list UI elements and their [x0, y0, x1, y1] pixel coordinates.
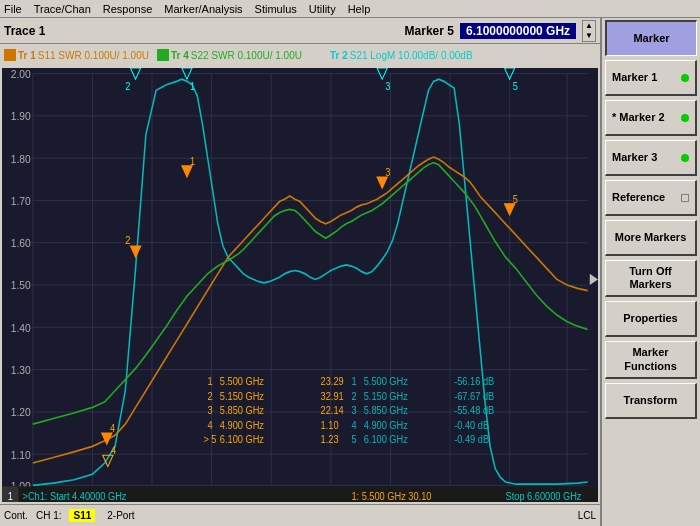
svg-text:4.900 GHz: 4.900 GHz: [220, 419, 264, 430]
menu-utility[interactable]: Utility: [309, 3, 336, 15]
turn-off-markers-button[interactable]: Turn Off Markers: [605, 260, 697, 297]
marker3-label: Marker 3: [612, 151, 657, 164]
menu-bar: File Trace/Chan Response Marker/Analysis…: [0, 0, 700, 18]
svg-text:1.30: 1.30: [11, 364, 31, 376]
trace4-id: Tr 4: [171, 50, 189, 61]
marker2-label: * Marker 2: [612, 111, 665, 124]
svg-text:3: 3: [351, 405, 356, 416]
marker2-dot: [681, 114, 689, 122]
menu-stimulus[interactable]: Stimulus: [255, 3, 297, 15]
marker3-button[interactable]: Marker 3: [605, 140, 697, 176]
trace1-id: Tr 1: [18, 50, 36, 61]
status-port: 2-Port: [107, 510, 134, 521]
marker-functions-button[interactable]: Marker Functions: [605, 341, 697, 378]
svg-text:3: 3: [385, 81, 390, 92]
trace2-badge: Tr 2 S21 LogM 10.00dB/ 0.00dB: [330, 50, 473, 61]
svg-text:5: 5: [513, 193, 518, 204]
svg-text:5.850 GHz: 5.850 GHz: [364, 405, 408, 416]
svg-text:-67.67 dB: -67.67 dB: [454, 390, 494, 401]
svg-text:1.70: 1.70: [11, 194, 31, 206]
svg-text:4: 4: [208, 419, 214, 430]
plot-svg: 2.00 1.90 1.80 1.70 1.60 1.50 1.40 1.30 …: [2, 68, 598, 502]
svg-text:2: 2: [125, 81, 130, 92]
svg-text:Stop  6.60000 GHz: Stop 6.60000 GHz: [506, 490, 582, 501]
trace4-color-box: [157, 49, 169, 61]
trace-label: Trace 1: [4, 24, 45, 38]
svg-text:4: 4: [110, 423, 116, 434]
svg-text:1.23: 1.23: [321, 434, 339, 445]
transform-button[interactable]: Transform: [605, 383, 697, 419]
status-s11: S11: [69, 509, 95, 522]
svg-text:22.14: 22.14: [321, 405, 345, 416]
trace1-badge: Tr 1 S11 SWR 0.100U/ 1.00U: [4, 49, 149, 61]
sidebar: Marker Marker 1 * Marker 2 Marker 3 Refe…: [600, 18, 700, 526]
arrow-up[interactable]: ▲: [583, 21, 595, 31]
svg-text:4: 4: [111, 445, 117, 456]
svg-text:1: 1: [190, 155, 195, 166]
svg-text:3: 3: [208, 405, 213, 416]
svg-text:1.10: 1.10: [11, 448, 31, 460]
trace-info-bar: Tr 1 S11 SWR 0.100U/ 1.00U Tr 4 S22 SWR …: [0, 44, 600, 66]
svg-text:2.00: 2.00: [11, 68, 31, 80]
svg-text:1.10: 1.10: [321, 419, 339, 430]
svg-text:5: 5: [513, 81, 518, 92]
trace2-tr-label: Tr 2: [330, 50, 348, 61]
svg-text:2: 2: [125, 234, 130, 245]
menu-marker-analysis[interactable]: Marker/Analysis: [164, 3, 242, 15]
main-area: Trace 1 Marker 5 6.1000000000 GHz ▲ ▼ Tr…: [0, 18, 700, 526]
menu-help[interactable]: Help: [348, 3, 371, 15]
svg-text:>Ch1: Start  4.40000 GHz: >Ch1: Start 4.40000 GHz: [23, 490, 127, 501]
reference-label: Reference: [612, 191, 665, 204]
menu-response[interactable]: Response: [103, 3, 153, 15]
trace4-label: S22 SWR 0.100U/ 1.00U: [191, 50, 302, 61]
marker1-button[interactable]: Marker 1: [605, 60, 697, 96]
menu-file[interactable]: File: [4, 3, 22, 15]
svg-text:1:   5.500 GHz      30.10: 1: 5.500 GHz 30.10: [351, 490, 431, 501]
marker1-dot: [681, 74, 689, 82]
more-markers-button[interactable]: More Markers: [605, 220, 697, 256]
marker-label: Marker 5: [405, 24, 454, 38]
trace4-badge: Tr 4 S22 SWR 0.100U/ 1.00U: [157, 49, 302, 61]
svg-text:5.150 GHz: 5.150 GHz: [364, 390, 408, 401]
svg-text:> 5: > 5: [203, 434, 216, 445]
svg-text:1: 1: [351, 376, 356, 387]
svg-text:1.40: 1.40: [11, 321, 31, 333]
marker3-dot: [681, 154, 689, 162]
svg-text:-56.16 dB: -56.16 dB: [454, 376, 494, 387]
svg-text:1: 1: [208, 376, 213, 387]
menu-trace-chan[interactable]: Trace/Chan: [34, 3, 91, 15]
marker-button[interactable]: Marker: [605, 20, 697, 56]
svg-text:-0.49 dB: -0.49 dB: [454, 434, 489, 445]
trace1-label: S11 SWR 0.100U/ 1.00U: [38, 50, 149, 61]
properties-button[interactable]: Properties: [605, 301, 697, 337]
svg-text:23.29: 23.29: [321, 376, 344, 387]
status-ch1: CH 1:: [36, 510, 62, 521]
status-cont: Cont.: [4, 510, 28, 521]
svg-text:2: 2: [208, 390, 213, 401]
arrow-down[interactable]: ▼: [583, 31, 595, 41]
svg-text:6.100 GHz: 6.100 GHz: [364, 434, 408, 445]
svg-text:-0.40 dB: -0.40 dB: [454, 419, 489, 430]
svg-text:5.500 GHz: 5.500 GHz: [364, 376, 408, 387]
plot-container: 2.00 1.90 1.80 1.70 1.60 1.50 1.40 1.30 …: [2, 68, 598, 502]
svg-text:1.50: 1.50: [11, 279, 31, 291]
svg-text:1.80: 1.80: [11, 152, 31, 164]
svg-text:5: 5: [351, 434, 356, 445]
marker-freq-arrows[interactable]: ▲ ▼: [582, 20, 596, 42]
svg-text:4.900 GHz: 4.900 GHz: [364, 419, 408, 430]
svg-text:3: 3: [385, 167, 390, 178]
chart-area: Trace 1 Marker 5 6.1000000000 GHz ▲ ▼ Tr…: [0, 18, 600, 526]
svg-text:1: 1: [8, 490, 13, 501]
status-lcl: LCL: [578, 510, 596, 521]
svg-text:4: 4: [351, 419, 357, 430]
marker-freq-display: 6.1000000000 GHz: [460, 23, 576, 39]
marker2-button[interactable]: * Marker 2: [605, 100, 697, 136]
svg-text:1.20: 1.20: [11, 406, 31, 418]
svg-text:6.100 GHz: 6.100 GHz: [220, 434, 264, 445]
svg-text:1.90: 1.90: [11, 110, 31, 122]
svg-text:1.60: 1.60: [11, 237, 31, 249]
trace1-color-box: [4, 49, 16, 61]
reference-button[interactable]: Reference: [605, 180, 697, 216]
svg-text:5.150 GHz: 5.150 GHz: [220, 390, 264, 401]
svg-text:1: 1: [190, 81, 195, 92]
